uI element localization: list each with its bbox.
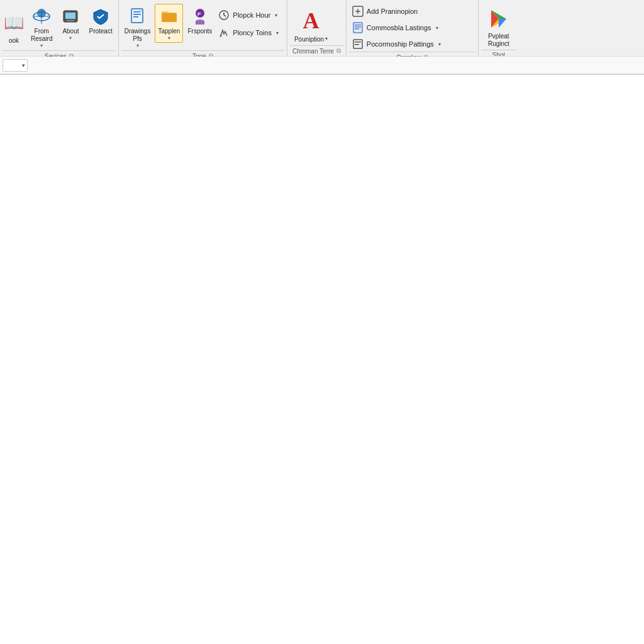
add-praninopion-icon bbox=[352, 6, 364, 17]
pocormoship-pattings-label: Pocormoship Pattings bbox=[367, 40, 434, 48]
svg-rect-23 bbox=[355, 25, 361, 26]
ribbon-group-sevices: 📖 ook FromResaird bbox=[0, 0, 119, 56]
svg-rect-10 bbox=[133, 16, 138, 18]
about-label: About bbox=[62, 28, 79, 35]
ploncy-toins-label: Ploncy Toins bbox=[233, 29, 272, 36]
book-button[interactable]: 📖 ook bbox=[3, 4, 26, 50]
proteact-label: Proteact bbox=[89, 28, 112, 35]
chmman-terre-expand-icon[interactable]: ⧉ bbox=[336, 47, 341, 55]
svg-rect-9 bbox=[133, 14, 141, 15]
ribbon-row: 📖 ook FromResaird bbox=[0, 0, 644, 57]
commosbla-lastings-icon bbox=[352, 22, 364, 33]
ribbon-group-shot-items: PvpleatRuginct bbox=[481, 1, 516, 50]
proteact-icon bbox=[91, 6, 111, 26]
commosbla-lastings-arrow: ▾ bbox=[436, 25, 438, 31]
drawings-pfs-label: DrawingsPfs bbox=[125, 28, 151, 43]
plopck-hour-icon bbox=[218, 9, 230, 21]
frsponts-icon: P bbox=[190, 6, 210, 26]
pouniption-icon: A bbox=[297, 7, 325, 35]
toolbar-dropdown[interactable] bbox=[3, 59, 28, 72]
add-praninopion-label: Add Praninopion bbox=[367, 8, 418, 15]
pocormoship-pattings-arrow: ▾ bbox=[438, 42, 441, 47]
toolbar-row bbox=[0, 57, 644, 74]
ribbon-group-tone-items: DrawingsPfs ▾ bbox=[121, 1, 284, 50]
tapplen-label: Tapplen bbox=[158, 28, 180, 35]
svg-rect-12 bbox=[162, 13, 177, 22]
commosbla-lastings-button[interactable]: Commosbla Lastings ▾ bbox=[349, 20, 475, 35]
pvpleat-ruginct-button[interactable]: PvpleatRuginct bbox=[481, 4, 516, 50]
svg-rect-25 bbox=[355, 28, 359, 30]
svg-rect-27 bbox=[355, 42, 361, 43]
commosbla-lastings-label: Commosbla Lastings bbox=[367, 24, 431, 31]
svg-line-17 bbox=[224, 15, 226, 16]
pvpleat-ruginct-label: PvpleatRuginct bbox=[488, 33, 509, 48]
about-icon bbox=[60, 6, 80, 26]
svg-rect-24 bbox=[355, 26, 361, 28]
tapplen-icon bbox=[159, 6, 179, 26]
ploncy-toins-button[interactable]: Ploncy Toins ▾ bbox=[215, 25, 282, 40]
ribbon-group-chmman-terre-label: Chmman Terre ⧉ bbox=[290, 45, 343, 56]
ribbon-group-tone: DrawingsPfs ▾ bbox=[119, 0, 287, 56]
about-button[interactable]: About ▾ bbox=[57, 4, 84, 43]
svg-point-18 bbox=[220, 35, 222, 37]
ribbon-group-onnplew-items: Add Praninopion Commosbla Lastings ▾ bbox=[349, 1, 475, 52]
book-icon: 📖 bbox=[1, 11, 26, 36]
pvpleat-ruginct-icon bbox=[486, 6, 511, 31]
add-praninopion-button[interactable]: Add Praninopion bbox=[349, 4, 475, 19]
svg-rect-22 bbox=[353, 23, 362, 33]
tapplen-arrow: ▾ bbox=[168, 35, 170, 41]
pouniption-button[interactable]: A Pouniption ▾ bbox=[290, 4, 332, 45]
plopck-hour-arrow: ▾ bbox=[275, 13, 277, 18]
svg-rect-28 bbox=[355, 44, 359, 45]
pocormoship-pattings-button[interactable]: Pocormoship Pattings ▾ bbox=[349, 36, 475, 52]
frsponts-label: Frsponts bbox=[187, 28, 212, 35]
svg-rect-5 bbox=[65, 13, 75, 19]
plopck-hour-button[interactable]: Plopck Hour ▾ bbox=[215, 8, 282, 23]
pouniption-arrow: ▾ bbox=[325, 36, 328, 42]
pouniption-label: Pouniption bbox=[294, 36, 324, 43]
tapplen-button[interactable]: Tapplen ▾ bbox=[155, 4, 183, 43]
pocormoship-pattings-icon bbox=[352, 38, 364, 50]
drawings-pfs-button[interactable]: DrawingsPfs ▾ bbox=[121, 4, 154, 50]
shot-label-text: Shot bbox=[492, 52, 506, 56]
svg-text:P: P bbox=[197, 11, 201, 17]
from-resaird-arrow: ▾ bbox=[40, 43, 43, 48]
from-resaird-button[interactable]: FromResaird ▾ bbox=[28, 4, 55, 50]
chmman-terre-label-text: Chmman Terre bbox=[292, 48, 334, 55]
from-resaird-icon bbox=[31, 6, 52, 26]
about-arrow: ▾ bbox=[69, 35, 72, 41]
svg-rect-6 bbox=[67, 20, 74, 21]
drawings-pfs-arrow: ▾ bbox=[136, 43, 139, 48]
frsponts-button[interactable]: P Frsponts bbox=[184, 4, 215, 37]
ribbon-group-shot-label: Shot bbox=[481, 50, 516, 56]
drawings-pfs-icon bbox=[128, 6, 148, 26]
plopck-hour-label: Plopck Hour bbox=[233, 11, 270, 19]
ribbon-group-chmman-terre-items: A Pouniption ▾ bbox=[290, 1, 343, 45]
ribbon: 📖 ook FromResaird bbox=[0, 0, 644, 75]
proteact-button[interactable]: Proteact bbox=[86, 4, 115, 37]
ploncy-toins-icon bbox=[218, 27, 230, 38]
ribbon-group-sevices-items: 📖 ook FromResaird bbox=[3, 1, 116, 50]
content-area bbox=[0, 75, 644, 643]
from-resaird-label: FromResaird bbox=[31, 28, 52, 43]
ribbon-group-onnplew: Add Praninopion Commosbla Lastings ▾ bbox=[347, 0, 479, 56]
book-label: ook bbox=[9, 37, 19, 45]
svg-marker-33 bbox=[499, 19, 506, 28]
ribbon-group-chmman-terre: A Pouniption ▾ Chmman Terre ⧉ bbox=[287, 0, 347, 56]
ploncy-toins-arrow: ▾ bbox=[276, 30, 279, 36]
ribbon-group-shot: PvpleatRuginct Shot bbox=[479, 0, 519, 56]
